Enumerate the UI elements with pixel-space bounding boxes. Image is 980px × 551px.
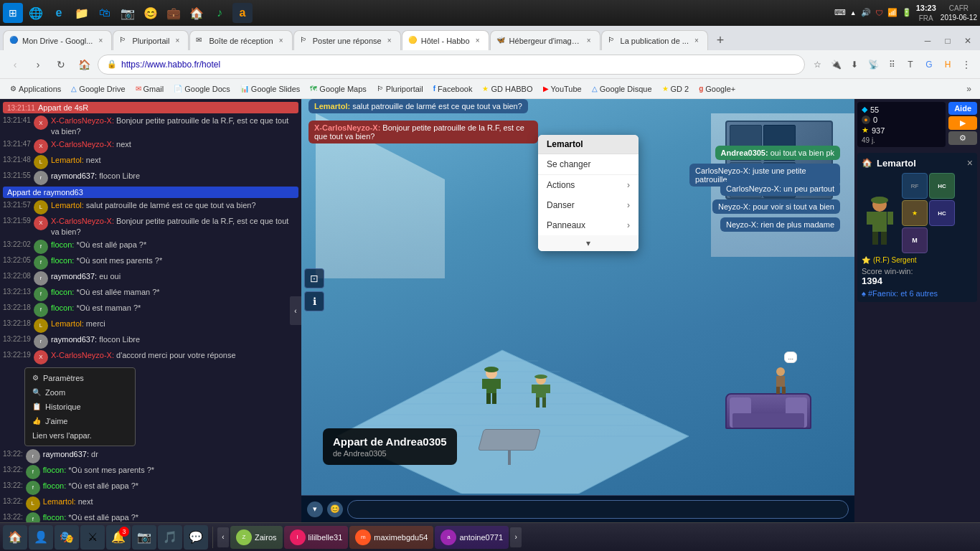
ie-taskbar-icon[interactable]: e [49, 3, 69, 23]
store-taskbar-icon[interactable]: 🛍 [95, 3, 115, 23]
context-se-changer[interactable]: Se changer [538, 154, 639, 174]
bookmark-facebook[interactable]: f Facebook [429, 83, 477, 95]
tab-close-7[interactable]: × [692, 36, 702, 46]
habbo-camera-icon[interactable]: 📷 [132, 525, 156, 550]
camera-taskbar-icon[interactable]: 📷 [118, 3, 138, 23]
suitcase-taskbar-icon[interactable]: 💼 [164, 3, 184, 23]
close-browser-button[interactable]: ✕ [958, 32, 977, 50]
tab-close-5[interactable]: × [473, 36, 483, 46]
tab-habbo[interactable]: 🟡 Hôtel - Habbo × [402, 30, 489, 50]
chat-emoji-icon[interactable]: 😊 [327, 501, 343, 517]
bookmark-gmail[interactable]: ✉ Gmail [131, 83, 169, 95]
text-2: X-CarlosNeyzo-X: Bonjour petite patrouil… [51, 116, 298, 138]
tab-mon-drive[interactable]: 🔵 Mon Drive - Googl... × [3, 30, 112, 50]
new-tab-button[interactable]: + [710, 30, 730, 50]
minimap-button[interactable]: ⊡ [304, 268, 324, 288]
translate-icon[interactable]: T [903, 57, 918, 72]
tab-pluriportail[interactable]: 🏳 Pluriportail × [113, 30, 189, 50]
home-nav-button[interactable]: 🏠 [75, 55, 93, 74]
chat-settings-icon[interactable]: ▾ [307, 501, 323, 517]
room-info-button[interactable]: ℹ [304, 291, 324, 311]
habbo-notif-icon[interactable]: 🔔 3 [106, 525, 131, 550]
bookmark-maps[interactable]: 🗺 Google Maps [306, 83, 370, 95]
character-2[interactable] [531, 373, 551, 415]
chat-input-field[interactable] [347, 500, 849, 519]
bookmark-slides[interactable]: 📊 Google Slides [236, 83, 305, 95]
habbo-profile-icon[interactable]: 👤 [29, 525, 53, 550]
chrome-taskbar-icon[interactable]: 🌐 [26, 3, 46, 23]
tab-close-2[interactable]: × [172, 36, 182, 46]
aide-button[interactable]: Aide [948, 102, 977, 115]
tab-boite[interactable]: ✉ Boîte de réception × [189, 30, 292, 50]
forward-button[interactable]: › [29, 55, 47, 74]
folder-taskbar-icon[interactable]: 📁 [72, 3, 92, 23]
back-button[interactable]: ‹ [6, 55, 24, 74]
players-next-button[interactable]: › [510, 527, 522, 547]
context-panneaux[interactable]: Panneaux › [538, 215, 639, 235]
refresh-button[interactable]: ↻ [52, 55, 70, 74]
player-entry-maxime[interactable]: m maximebgdu54 [349, 526, 433, 549]
minimize-button[interactable]: ─ [918, 32, 937, 50]
players-prev-button[interactable]: ‹ [217, 527, 229, 547]
context-more-button[interactable]: ▾ [538, 235, 639, 251]
bookmark-gdhabbo[interactable]: ★ GD HABBO [478, 83, 537, 95]
habbo-music-icon[interactable]: 🎵 [158, 525, 182, 550]
chat-collapse-button[interactable]: ‹ [290, 296, 301, 325]
bookmark-applications[interactable]: ⚙ Applications [6, 83, 65, 95]
menu-lien[interactable]: Lien vers l'appar. [25, 428, 135, 443]
apps-icon[interactable]: ⠿ [884, 57, 900, 72]
bookmark-gd2[interactable]: ★ GD 2 [658, 83, 694, 95]
friends-display[interactable]: ♠ #Faenix: et 6 autres [862, 289, 973, 298]
tab-hebergeur[interactable]: 🦋 Hébergeur d'image... × [490, 30, 600, 50]
context-actions[interactable]: Actions › [538, 175, 639, 195]
habbo-ext-icon[interactable]: H [940, 57, 956, 72]
volume-icon[interactable]: 🔊 [861, 8, 871, 17]
habbo-quest-icon[interactable]: ⚔ [80, 525, 105, 550]
habbo-chat-icon[interactable]: 💬 [184, 525, 208, 550]
maximize-button[interactable]: □ [938, 32, 957, 50]
chat-messages[interactable]: 13:21:11 Appart de 4sR 13:21:41 X X-Carl… [0, 99, 301, 522]
network-icon[interactable]: 📶 [887, 8, 897, 17]
bookmark-googledisque[interactable]: △ Google Disque [588, 83, 656, 95]
url-bar[interactable]: 🔒 https://www.habbo.fr/hotel [98, 55, 805, 75]
character-3[interactable]: ... [772, 366, 790, 400]
habbo-home-icon[interactable]: 🏠 [3, 525, 27, 550]
tab-close-3[interactable]: × [276, 36, 286, 46]
download-icon[interactable]: ⬇ [847, 57, 862, 72]
bookmarks-more-button[interactable]: » [963, 83, 974, 95]
tab-close-1[interactable]: × [95, 36, 105, 46]
habbo-catalog-icon[interactable]: 🎭 [55, 525, 79, 550]
home-taskbar-icon[interactable]: 🏠 [187, 3, 207, 23]
inventory-button[interactable]: ▶ [948, 116, 977, 130]
bookmark-drive[interactable]: △ Google Drive [67, 83, 129, 95]
bookmark-googleplus[interactable]: g Google+ [694, 83, 740, 95]
player-entry-antoine[interactable]: a antoine0771 [435, 526, 509, 549]
settings-button[interactable]: ⚙ [948, 131, 977, 145]
bookmark-docs[interactable]: 📄 Google Docs [169, 83, 235, 95]
menu-historique[interactable]: 📋 Historique [25, 400, 135, 414]
player-entry-lililbelle[interactable]: l lililbelle31 [284, 526, 349, 549]
extensions-icon[interactable]: 🔌 [828, 57, 844, 72]
tab-poster[interactable]: 🏳 Poster une réponse × [293, 30, 401, 50]
menu-zoom[interactable]: 🔍 Zoom [25, 385, 135, 400]
more-icon[interactable]: ⋮ [958, 57, 974, 72]
player-entry-zairos[interactable]: Z Zairos [230, 526, 283, 549]
tab-close-4[interactable]: × [385, 36, 395, 46]
menu-parametres[interactable]: ⚙ Paramètres [25, 371, 135, 385]
tab-close-6[interactable]: × [584, 36, 594, 46]
profile-close-button[interactable]: × [967, 157, 973, 169]
start-button[interactable]: ⊞ [3, 3, 23, 23]
google-account-icon[interactable]: G [921, 57, 937, 72]
context-danser[interactable]: Danser › [538, 195, 639, 215]
spotify-taskbar-icon[interactable]: ♪ [209, 3, 230, 23]
bookmark-star-icon[interactable]: ☆ [809, 57, 825, 72]
tab-publication[interactable]: 🏳 La publication de ... × [601, 30, 708, 50]
cast-icon[interactable]: 📡 [865, 57, 881, 72]
game-area[interactable]: ... Lemartol: salut patrouille de larmé … [301, 99, 854, 522]
character-1[interactable] [481, 366, 502, 411]
menu-jaime[interactable]: 👍 J'aime [25, 414, 135, 428]
bookmark-pluriportail[interactable]: 🏳 Pluriportail [372, 83, 428, 95]
bookmark-youtube[interactable]: ▶ YouTube [539, 83, 586, 95]
face-taskbar-icon[interactable]: 😊 [141, 3, 161, 23]
amazon-taskbar-icon[interactable]: a [232, 3, 253, 23]
